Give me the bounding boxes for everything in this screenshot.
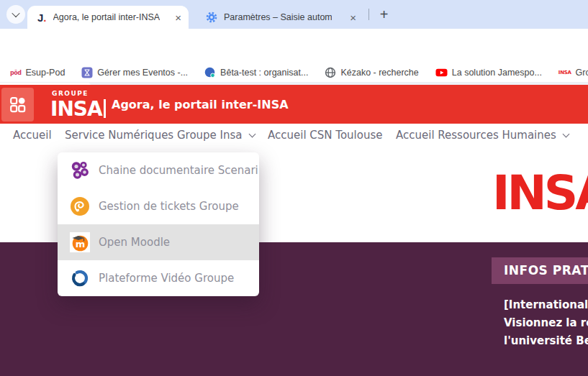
nav-accueil-csn-toulouse[interactable]: Accueil CSN Toulouse (268, 129, 383, 142)
tab-separator (368, 9, 369, 20)
insa-mini-icon: INSA (558, 70, 571, 75)
chevron-down-icon (248, 131, 255, 138)
tab-title: Agora, le portail inter-INSA (53, 12, 160, 22)
bookmark-kezako[interactable]: Kézako - recherche (325, 67, 418, 78)
news-line: [International] (504, 296, 588, 314)
moodle-icon: m (70, 232, 90, 252)
menu-item-scenari[interactable]: Chaine documentaire Scenari (58, 152, 259, 188)
tab-list-button[interactable] (6, 5, 25, 24)
menu-item-video-platform[interactable]: Plateforme Vidéo Groupe (58, 260, 259, 296)
tab-settings[interactable]: Paramètres – Saisie automatiqu × (189, 6, 363, 29)
video-swirl-icon (70, 268, 90, 288)
apps-menu-button[interactable] (1, 88, 34, 121)
news-line: l'université Beih (504, 332, 588, 350)
logo-bar (104, 99, 106, 118)
bookmarks-bar: pöd Esup-Pod Gérer mes Eventos -... Bêta… (0, 63, 588, 83)
nav-services-numeriques[interactable]: Service Numériques Groupe Insa (65, 129, 255, 142)
insa-logo-large: INSA (492, 165, 588, 221)
tickets-glpi-icon (70, 196, 90, 216)
close-tab-icon[interactable]: × (175, 12, 181, 23)
new-tab-button[interactable]: + (374, 5, 394, 24)
menu-item-tickets[interactable]: Gestion de tickets Groupe (58, 188, 259, 224)
news-line: Visionnez la réu (504, 314, 588, 332)
jamespot-favicon-icon: J. (37, 12, 47, 24)
bookmark-esup-pod[interactable]: pöd Esup-Pod (10, 68, 65, 78)
services-dropdown-menu: Chaine documentaire Scenari Gestion de t… (58, 152, 259, 296)
hourglass-icon (81, 67, 93, 78)
tab-strip: J. Agora, le portail inter-INSA × Paramè… (0, 0, 588, 29)
bookmark-beta-test[interactable]: Bêta-test : organisat... (204, 67, 308, 78)
tab-title: Paramètres – Saisie automatiqu (224, 12, 332, 22)
nav-accueil-rh[interactable]: Accueil Ressources Humaines (396, 129, 569, 142)
nav-accueil[interactable]: Accueil (13, 129, 52, 142)
chevron-down-icon (562, 131, 569, 138)
news-text: [International] Visionnez la réu l'unive… (504, 296, 588, 350)
bookmark-eventos[interactable]: Gérer mes Eventos -... (81, 67, 188, 78)
pod-icon: pöd (10, 70, 21, 76)
infos-pratiques-badge: INFOS PRATIQUES (492, 257, 588, 284)
globe-icon (325, 67, 336, 78)
close-tab-icon[interactable]: × (350, 12, 356, 23)
groupe-insa-logo[interactable]: GROUPE INSA (50, 90, 106, 121)
youtube-icon (435, 67, 448, 78)
browser-toolbar: groupe-insa.jamespot.pro/article/717 (0, 29, 588, 63)
tab-agora[interactable]: J. Agora, le portail inter-INSA × (27, 6, 189, 29)
browser-window: J. Agora, le portail inter-INSA × Paramè… (0, 0, 588, 376)
bookmark-groupe-insa[interactable]: INSA Groupe INSA-Sce (558, 68, 588, 78)
site-nav: Accueil Service Numériques Groupe Insa A… (0, 124, 588, 148)
chevron-down-icon (12, 9, 19, 17)
settings-gear-icon (206, 12, 217, 23)
site-title: Agora, le portail inter-INSA (112, 98, 289, 111)
menu-item-open-moodle[interactable]: m Open Moodle (58, 224, 259, 260)
apps-grid-icon (9, 96, 27, 114)
scenari-icon (70, 160, 90, 180)
site-header: GROUPE INSA Agora, le portail inter-INSA (0, 85, 588, 124)
blue-sphere-icon (204, 67, 216, 78)
bookmark-jamespot[interactable]: La solution Jamespo... (435, 67, 542, 78)
